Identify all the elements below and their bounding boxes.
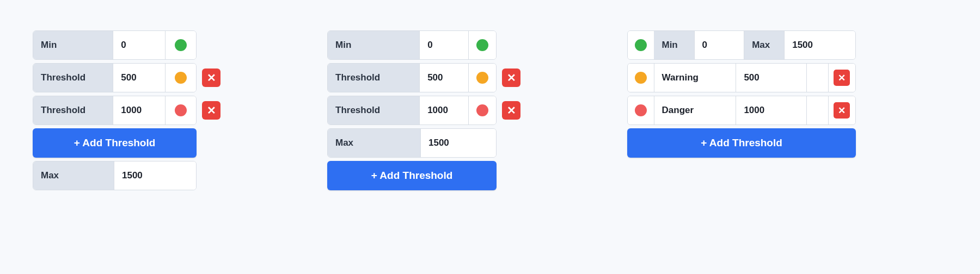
delete-cell: ✕ — [829, 96, 855, 124]
row-box: Min 0 Max 1500 — [627, 30, 856, 60]
row-box: Threshold 500 — [327, 63, 497, 92]
row-box: Max 1500 — [327, 128, 497, 158]
threshold-value[interactable]: 500 — [736, 64, 806, 92]
delete-threshold-button[interactable]: ✕ — [502, 101, 520, 120]
threshold-value[interactable]: 1000 — [736, 96, 806, 124]
max-value[interactable]: 1500 — [785, 31, 855, 59]
color-swatch — [635, 39, 647, 51]
row-box: Danger 1000 ✕ — [627, 96, 856, 125]
color-swatch-cell[interactable] — [166, 64, 196, 92]
delete-cell: ✕ — [829, 64, 855, 92]
row-box: Threshold 1000 — [327, 96, 497, 125]
row-box: Threshold 1000 — [33, 96, 197, 125]
max-label: Max — [744, 31, 784, 59]
delete-threshold-button[interactable]: ✕ — [834, 102, 850, 119]
color-swatch — [635, 104, 647, 116]
threshold-row: Warning 500 ✕ — [627, 63, 856, 92]
row-label: Min — [328, 31, 419, 59]
add-threshold-button[interactable]: + Add Threshold — [327, 161, 497, 190]
threshold-label[interactable]: Danger — [654, 96, 736, 124]
color-swatch — [476, 104, 488, 116]
row-value[interactable]: 1500 — [114, 161, 196, 190]
threshold-row-max: Max 1500 — [327, 128, 520, 158]
row-value[interactable]: 0 — [420, 31, 468, 59]
close-icon: ✕ — [838, 106, 846, 115]
delete-threshold-button[interactable]: ✕ — [834, 70, 850, 86]
color-swatch-cell[interactable] — [469, 31, 496, 59]
bounds-row: Min 0 Max 1500 — [627, 30, 856, 60]
color-swatch-cell[interactable] — [166, 31, 196, 59]
threshold-row: Threshold 500 ✕ — [327, 63, 520, 92]
row-label: Max — [328, 129, 420, 157]
row-value[interactable]: 1500 — [421, 129, 496, 157]
color-swatch-cell[interactable] — [628, 31, 654, 59]
row-label: Threshold — [33, 96, 113, 124]
row-box: Threshold 500 — [33, 63, 197, 92]
row-box: Min 0 — [327, 30, 497, 60]
close-icon: ✕ — [507, 72, 516, 83]
row-box: Min 0 — [33, 30, 197, 60]
color-swatch — [175, 39, 187, 51]
row-value[interactable]: 500 — [420, 64, 468, 92]
color-swatch-cell[interactable] — [166, 96, 196, 124]
thresholds-panel-c: Min 0 Max 1500 Warning 500 ✕ — [627, 30, 856, 244]
thresholds-panel-b: Min 0 Threshold 500 ✕ Threshold 1000 — [327, 30, 520, 244]
row-label: Threshold — [33, 64, 113, 92]
color-swatch — [175, 104, 187, 116]
color-swatch — [476, 39, 488, 51]
row-value[interactable]: 1000 — [113, 96, 165, 124]
row-label: Threshold — [328, 64, 419, 92]
close-icon: ✕ — [838, 73, 846, 83]
min-value[interactable]: 0 — [695, 31, 744, 59]
row-label: Threshold — [328, 96, 419, 124]
color-swatch-cell[interactable] — [469, 96, 496, 124]
color-swatch — [476, 72, 488, 84]
threshold-row: Threshold 1000 ✕ — [327, 96, 520, 125]
row-label: Min — [33, 31, 113, 59]
threshold-row-min: Min 0 — [33, 30, 220, 60]
color-swatch-cell[interactable] — [469, 64, 496, 92]
row-value[interactable]: 1000 — [420, 96, 468, 124]
threshold-row: Threshold 1000 ✕ — [33, 96, 220, 125]
row-label: Max — [33, 161, 114, 190]
row-box: Max 1500 — [33, 161, 197, 190]
threshold-row: Danger 1000 ✕ — [627, 96, 856, 125]
close-icon: ✕ — [207, 72, 216, 83]
threshold-label[interactable]: Warning — [654, 64, 736, 92]
color-swatch — [175, 72, 187, 84]
delete-threshold-button[interactable]: ✕ — [502, 68, 520, 87]
color-swatch-cell[interactable] — [628, 96, 654, 124]
min-label: Min — [654, 31, 694, 59]
threshold-row-min: Min 0 — [327, 30, 520, 60]
delete-threshold-button[interactable]: ✕ — [202, 68, 220, 87]
add-threshold-button[interactable]: + Add Threshold — [33, 128, 197, 158]
threshold-row-max: Max 1500 — [33, 161, 220, 190]
row-box: Warning 500 ✕ — [627, 63, 856, 92]
row-value[interactable]: 500 — [113, 64, 165, 92]
close-icon: ✕ — [207, 105, 216, 116]
delete-threshold-button[interactable]: ✕ — [202, 101, 220, 120]
close-icon: ✕ — [507, 105, 516, 116]
row-value[interactable]: 0 — [113, 31, 165, 59]
color-swatch — [635, 72, 647, 84]
add-threshold-button[interactable]: + Add Threshold — [627, 128, 856, 158]
threshold-row: Threshold 500 ✕ — [33, 63, 220, 92]
color-swatch-cell[interactable] — [628, 64, 654, 92]
thresholds-panel-a: Min 0 Threshold 500 ✕ Threshold 1000 — [33, 30, 220, 244]
